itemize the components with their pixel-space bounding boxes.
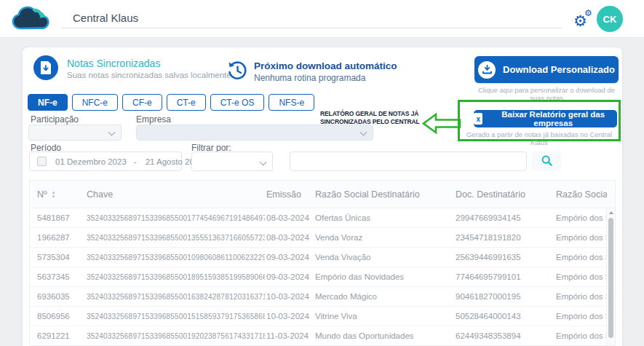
cell-razao-emissor: Empório dos Sonhos xyxy=(556,312,607,321)
table-scrollbar[interactable] xyxy=(606,208,615,345)
column-header-razao-destinatario: Razão Social Destinatário xyxy=(315,189,452,200)
cell-razao-emissor: Empório dos Sonhos xyxy=(556,292,607,301)
synced-notes-title: Notas Sincronizadas xyxy=(67,58,160,69)
table-row[interactable]: 6936035 35240332568971533968550016382428… xyxy=(30,287,615,307)
report-download-caption: Gerado a partir de notas já baixadas no … xyxy=(461,130,618,146)
column-header-chave: Chave xyxy=(87,189,265,200)
cell-razao-destinatario: Ofertas Únicas xyxy=(315,213,452,222)
date-start: 01 Dezembro 2023 xyxy=(55,157,127,166)
scroll-up-icon[interactable] xyxy=(609,211,613,214)
column-header-razao-emissor: Razão Social Emiss xyxy=(556,189,607,200)
tab-cte[interactable]: CT-e xyxy=(167,94,206,111)
cell-emissao: 09-03-2024 xyxy=(266,272,311,281)
chevron-down-icon xyxy=(108,129,116,136)
participacao-label: Participação xyxy=(31,114,79,125)
cell-razao-destinatario: Vitrine Viva xyxy=(315,312,452,321)
cell-doc-destinatario: 90461827000195 xyxy=(456,292,552,301)
table-row[interactable]: 8506956 35240332568971533968550015158593… xyxy=(30,307,615,326)
cell-chave: 3524033256897153396855001920238756174331… xyxy=(87,332,265,340)
cell-chave: 3524033256897153396855001895159385199589… xyxy=(87,273,265,281)
tab-nfe[interactable]: NF-e xyxy=(28,94,68,111)
custom-download-caption: Clique aqui para personalizar o download… xyxy=(472,86,621,102)
table-row[interactable]: 1966287 35240332568971533968550013555136… xyxy=(30,228,615,248)
cell-chave: 3524033256897153396855001098060861100623… xyxy=(87,253,265,262)
cell-chave: 3524033256897153396855001355513637166055… xyxy=(87,234,265,242)
auto-download-subtitle: Nenhuma rotina programada xyxy=(254,73,365,83)
auto-download-title: Próximo download automático xyxy=(254,60,397,71)
cell-emissao: 08-03-2024 xyxy=(266,233,311,242)
cell-chave: 3524033256897153396855001638242878120316… xyxy=(87,293,265,301)
search-button[interactable] xyxy=(532,152,561,171)
report-download-button[interactable]: x Baixar Relatório geral das empresas xyxy=(474,110,617,127)
tab-cte-os[interactable]: CT-e OS xyxy=(210,94,265,111)
cell-doc-destinatario: 25639446991635 xyxy=(456,253,552,262)
cell-doc-destinatario: 23454718191820 xyxy=(456,233,552,242)
tab-nfse[interactable]: NFS-e xyxy=(269,94,314,111)
cloud-logo-icon xyxy=(9,4,49,36)
download-icon xyxy=(478,61,496,79)
cell-no: 1966287 xyxy=(37,233,81,242)
cell-razao-emissor: Empório dos Sonhos xyxy=(556,331,607,340)
page-title: Central Klaus xyxy=(73,12,138,24)
search-input[interactable] xyxy=(290,152,527,171)
app-window: Central Klaus ⚙ ⚙ CK Notas Sincronizadas… xyxy=(0,0,644,346)
cell-no: 8506956 xyxy=(37,312,81,321)
table-row[interactable]: 6291221 35240332568971533968550019202387… xyxy=(30,326,615,346)
cell-no: 5735304 xyxy=(37,253,81,262)
cell-emissao: 08-03-2024 xyxy=(266,213,311,222)
date-checkbox[interactable] xyxy=(37,157,47,166)
tab-cfe[interactable]: CF-e xyxy=(122,94,162,111)
custom-download-button[interactable]: Download Personalizado xyxy=(474,56,619,83)
cell-razao-destinatario: Venda Vivação xyxy=(315,253,452,262)
column-header-no[interactable]: Nº▲▼ xyxy=(37,189,81,200)
cell-emissao: 09-03-2024 xyxy=(266,253,311,262)
excel-file-icon: x xyxy=(474,113,482,125)
empresa-label: Empresa xyxy=(136,114,171,125)
cell-razao-destinatario: Mercado Mágico xyxy=(315,292,452,301)
cell-emissao: 11-03-2024 xyxy=(266,331,311,340)
cell-no: 6291221 xyxy=(37,331,81,340)
cell-razao-emissor: Empório dos Sonhos xyxy=(556,253,607,262)
scrollbar-thumb[interactable] xyxy=(608,218,613,338)
empresa-select[interactable] xyxy=(136,125,373,141)
date-range-field[interactable]: 01 Dezembro 2023 - 21 Agosto 2024 xyxy=(29,152,182,171)
table-row[interactable]: 5735304 35240332568971533968550010980608… xyxy=(30,248,615,267)
cell-razao-emissor: Empório dos Sonhos xyxy=(556,272,607,281)
cell-no: 5637345 xyxy=(37,272,81,281)
cell-razao-destinatario: Mundo das Oportunidades xyxy=(315,331,452,340)
cell-razao-destinatario: Venda Voraz xyxy=(315,233,452,242)
participacao-select[interactable] xyxy=(28,125,122,141)
tab-nfce[interactable]: NFC-e xyxy=(72,94,118,111)
cell-chave: 3524033256897153396855001774546967191486… xyxy=(87,214,265,222)
cell-emissao: 10-03-2024 xyxy=(266,292,311,301)
top-navbar: Central Klaus ⚙ ⚙ CK xyxy=(0,0,644,38)
table-row[interactable]: 5481867 35240332568971533968550017745469… xyxy=(30,208,615,228)
synced-notes-subtitle: Suas notas sincronizadas salvas localmen… xyxy=(67,71,231,79)
notes-table: Nº▲▼ Chave Emissão Razão Social Destinat… xyxy=(29,180,616,346)
cell-razao-destinatario: Empório das Novidades xyxy=(315,272,452,281)
table-header-row: Nº▲▼ Chave Emissão Razão Social Destinat… xyxy=(30,181,615,208)
cell-no: 6936035 xyxy=(37,292,81,301)
date-separator: - xyxy=(134,157,137,166)
report-download-label: Baixar Relatório geral das empresas xyxy=(489,110,617,127)
doc-type-tabs: NF-e NFC-e CF-e CT-e CT-e OS NFS-e xyxy=(28,94,314,111)
header-divider xyxy=(61,28,562,28)
user-avatar[interactable]: CK xyxy=(597,6,623,32)
chevron-down-icon xyxy=(360,129,367,136)
column-header-emissao: Emissão xyxy=(266,189,311,200)
cell-doc-destinatario: 29947669934145 xyxy=(456,213,552,222)
settings-gear-icon[interactable]: ⚙ ⚙ xyxy=(573,9,598,34)
chevron-down-icon xyxy=(260,159,267,166)
cell-razao-emissor: Empório dos Sonhos xyxy=(556,213,607,222)
cell-chave: 3524033256897153396855001515859379175365… xyxy=(87,312,265,321)
filtrar-por-select[interactable] xyxy=(191,152,273,171)
table-row[interactable]: 5637345 35240332568971533968550018951593… xyxy=(30,267,615,287)
cell-razao-emissor: Empório dos Sonhos xyxy=(556,233,607,242)
search-icon xyxy=(541,155,552,168)
history-clock-icon xyxy=(227,60,247,84)
cell-doc-destinatario: 77464695799101 xyxy=(456,272,552,281)
synced-notes-icon xyxy=(33,55,58,80)
sort-icon: ▲▼ xyxy=(52,190,56,199)
cell-doc-destinatario: 50528464000143 xyxy=(456,312,552,321)
column-header-doc-destinatario: Doc. Destinatário xyxy=(456,189,552,200)
